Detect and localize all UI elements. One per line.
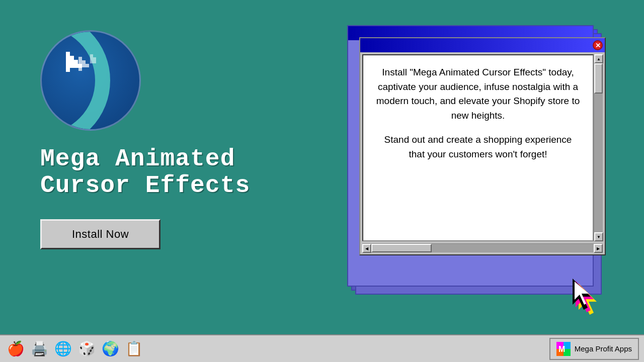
taskbar-icon-apple[interactable]: 🍎 (5, 338, 26, 359)
svg-rect-16 (82, 64, 86, 67)
scroll-up-button[interactable]: ▲ (594, 54, 603, 63)
svg-rect-12 (78, 60, 82, 64)
svg-rect-14 (78, 67, 82, 71)
main-window: ✕ Install "Mega Animated Cursor Effects"… (359, 37, 606, 255)
svg-rect-2 (66, 60, 70, 64)
svg-rect-4 (66, 68, 70, 72)
window-content-area: Install "Mega Animated Cursor Effects" t… (360, 52, 605, 243)
svg-rect-11 (78, 57, 82, 60)
brand-name: Mega Profit Apps (575, 344, 632, 353)
cursor-svg (569, 275, 614, 320)
svg-rect-13 (78, 64, 82, 67)
mega-profit-logo: M (556, 342, 571, 356)
svg-rect-7 (70, 64, 74, 68)
svg-rect-3 (66, 64, 70, 68)
svg-rect-18 (90, 54, 93, 57)
svg-rect-0 (66, 52, 70, 56)
svg-rect-19 (90, 57, 93, 60)
app-title: Mega Animated Cursor Effects (40, 146, 312, 199)
install-now-button[interactable]: Install Now (40, 219, 160, 249)
scroll-left-button[interactable]: ◀ (362, 244, 371, 253)
taskbar-icon-clipboard[interactable]: 📋 (123, 338, 144, 359)
svg-rect-9 (74, 64, 78, 68)
left-section: Mega Animated Cursor Effects Install Now (40, 30, 312, 249)
window-content: Install "Mega Animated Cursor Effects" t… (362, 54, 594, 241)
close-icon: ✕ (595, 42, 601, 49)
window-close-button[interactable]: ✕ (593, 40, 603, 50)
taskbar: 🍎 🖨️ 🌐 🎲 🌍 📋 M Mega Profit Apps (0, 334, 644, 362)
scroll-track[interactable] (594, 63, 603, 232)
taskbar-icon-dice[interactable]: 🎲 (76, 338, 97, 359)
window-text: Install "Mega Animated Cursor Effects" t… (376, 65, 580, 161)
svg-rect-17 (86, 64, 89, 67)
window-titlebar: ✕ (360, 38, 605, 52)
scroll-right-button[interactable]: ▶ (594, 244, 603, 253)
description-paragraph-2: Stand out and create a shopping experien… (376, 133, 580, 161)
animated-cursor (569, 275, 614, 322)
svg-text:M: M (558, 345, 565, 353)
svg-rect-5 (70, 56, 74, 60)
taskbar-icon-printer[interactable]: 🖨️ (29, 338, 50, 359)
horizontal-scrollbar: ◀ ▶ (362, 243, 603, 252)
svg-rect-15 (82, 60, 86, 64)
svg-rect-6 (70, 60, 74, 64)
vertical-scrollbar: ▲ ▼ (594, 54, 603, 241)
taskbar-brand[interactable]: M Mega Profit Apps (549, 338, 639, 360)
hscroll-thumb[interactable] (371, 244, 432, 252)
taskbar-icon-globe1[interactable]: 🌐 (52, 338, 73, 359)
svg-rect-22 (93, 60, 96, 63)
svg-rect-8 (74, 60, 78, 64)
taskbar-icon-globe2[interactable]: 🌍 (100, 338, 121, 359)
app-logo (40, 30, 141, 131)
svg-rect-1 (66, 56, 70, 60)
hscroll-track[interactable] (371, 244, 594, 252)
svg-rect-20 (90, 60, 93, 63)
svg-rect-21 (93, 57, 96, 60)
scroll-down-button[interactable]: ▼ (594, 232, 603, 241)
description-paragraph-1: Install "Mega Animated Cursor Effects" t… (376, 65, 580, 123)
logo-cursors-svg (61, 52, 121, 112)
scroll-thumb[interactable] (594, 63, 603, 94)
